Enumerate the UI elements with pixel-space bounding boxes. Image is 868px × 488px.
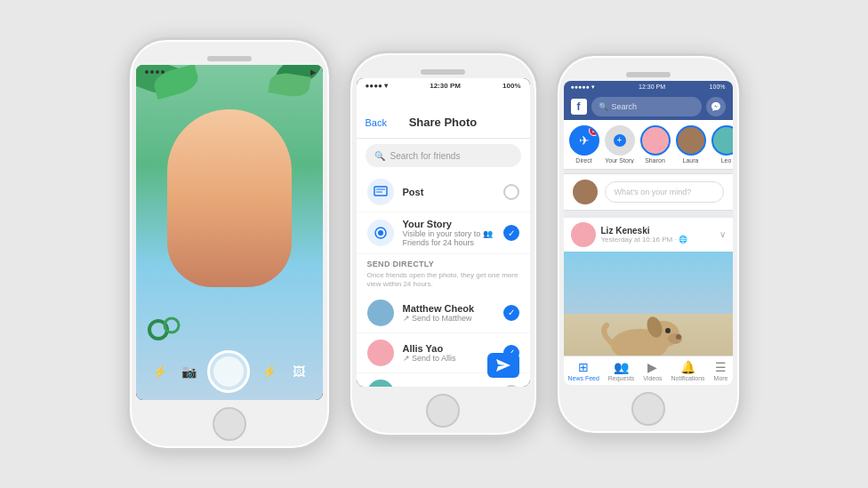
phone-1: ▶ bbox=[127, 37, 332, 451]
post-user-avatar bbox=[571, 222, 596, 247]
mahati-avatar bbox=[367, 380, 394, 387]
matthew-name: Matthew Cheok bbox=[403, 303, 494, 314]
videos-label: Videos bbox=[643, 375, 662, 381]
fb-search-placeholder: Search bbox=[612, 102, 638, 111]
search-friends-bar[interactable]: 🔍 Search for friends bbox=[366, 144, 521, 167]
phone-2-screen: ●●●● ▾ 12:30 PM 100% Back Share Photo 🔍 … bbox=[357, 78, 530, 387]
phone-3-screen: ●●●●● ▾ 12:30 PM 100% f 🔍 Search bbox=[564, 81, 733, 385]
phone-2-home-btn[interactable] bbox=[426, 394, 460, 428]
search-friends-placeholder: Search for friends bbox=[390, 151, 461, 161]
matthew-checkbox[interactable]: ✓ bbox=[503, 305, 519, 321]
ar-face bbox=[167, 109, 292, 287]
post-user-info: Liz Keneski Yesterday at 10:16 PM · 🌐 bbox=[601, 226, 714, 244]
wom-input[interactable]: What's on your mind? bbox=[605, 181, 724, 203]
story-checkbox[interactable]: ✓ bbox=[503, 225, 519, 241]
post-time: Yesterday at 10:16 PM · 🌐 bbox=[601, 236, 714, 244]
dog-svg bbox=[591, 309, 688, 356]
phone-1-home-btn[interactable] bbox=[213, 407, 246, 441]
share-story-item[interactable]: Your Story Visible in your story to 👥 Fr… bbox=[357, 212, 530, 254]
capture-btn-inner bbox=[213, 356, 244, 387]
post-header: Liz Keneski Yesterday at 10:16 PM · 🌐 ∨ bbox=[564, 218, 733, 252]
requests-icon: 👥 bbox=[614, 360, 629, 374]
phones-container: ▶ bbox=[127, 37, 742, 451]
your-story-label: Your Story bbox=[605, 157, 633, 164]
leo-label: Leo bbox=[721, 157, 732, 164]
camera-ar-screen: ▶ bbox=[136, 65, 323, 400]
nav-videos[interactable]: ▶ Videos bbox=[643, 360, 662, 381]
story-sub: Visible in your story to 👥 Friends for 2… bbox=[403, 229, 494, 247]
mahati-checkbox[interactable] bbox=[503, 385, 519, 387]
nav-news-feed[interactable]: ⊞ News Feed bbox=[567, 360, 599, 381]
videos-icon: ▶ bbox=[647, 360, 657, 374]
search-friends-icon: 🔍 bbox=[374, 151, 385, 161]
status-signal-3: ●●●●● ▾ bbox=[571, 84, 595, 91]
status-signal bbox=[145, 70, 165, 74]
gallery-icon[interactable]: 🖼 bbox=[287, 360, 310, 383]
svg-point-12 bbox=[676, 334, 681, 340]
story-leo[interactable]: Leo bbox=[711, 125, 733, 164]
your-story-avatar: + bbox=[605, 125, 635, 156]
story-laura[interactable]: Laura bbox=[676, 125, 706, 164]
direct-badge: 2 bbox=[589, 125, 599, 136]
sharon-label: Sharon bbox=[645, 157, 665, 164]
laura-avatar bbox=[676, 125, 706, 156]
matthew-text: Matthew Cheok ↗ Send to Matthew bbox=[403, 303, 494, 323]
allis-text: Allis Yao ↗ Send to Allis bbox=[403, 343, 494, 363]
story-direct[interactable]: ✈ 2 Direct bbox=[569, 125, 599, 164]
status-bar-2: ●●●● ▾ 12:30 PM 100% bbox=[357, 78, 530, 92]
status-dots-2: ●●●● ▾ bbox=[366, 82, 389, 90]
ar-swirls bbox=[145, 308, 189, 347]
camera-flip-icon[interactable]: 📷 bbox=[178, 360, 201, 383]
nav-notifications[interactable]: 🔔 Notifications bbox=[671, 360, 704, 381]
send-directly-sub: Once friends open the photo, they get on… bbox=[357, 271, 530, 293]
allis-sub: ↗ Send to Allis bbox=[403, 354, 494, 363]
phone-3-top bbox=[558, 56, 739, 81]
phone-2-speaker bbox=[421, 69, 465, 75]
post-title: Post bbox=[403, 187, 494, 197]
phone-2-top bbox=[350, 53, 536, 78]
status-time-3: 12:30 PM bbox=[639, 84, 665, 90]
status-time-2: 12:30 PM bbox=[430, 82, 461, 90]
fb-messenger-icon[interactable] bbox=[706, 97, 726, 116]
send-button[interactable] bbox=[487, 353, 519, 378]
notifications-label: Notifications bbox=[671, 375, 704, 381]
phone-2: ●●●● ▾ 12:30 PM 100% Back Share Photo 🔍 … bbox=[348, 51, 539, 437]
facebook-feed-screen: ●●●●● ▾ 12:30 PM 100% f 🔍 Search bbox=[564, 81, 733, 385]
phone-3-home-btn[interactable] bbox=[631, 392, 665, 426]
nav-requests[interactable]: 👥 Requests bbox=[608, 360, 635, 381]
fb-bottom-nav: ⊞ News Feed 👥 Requests ▶ Videos 🔔 Notifi… bbox=[564, 356, 733, 385]
laura-label: Laura bbox=[683, 157, 699, 164]
story-item-text: Your Story Visible in your story to 👥 Fr… bbox=[403, 219, 494, 247]
nav-more[interactable]: ☰ More bbox=[714, 360, 728, 381]
timer-icon[interactable]: ⚡ bbox=[257, 360, 280, 383]
post-image bbox=[564, 252, 733, 356]
contact-matthew[interactable]: Matthew Cheok ↗ Send to Matthew ✓ bbox=[357, 293, 530, 333]
status-battery-3: 100% bbox=[710, 84, 726, 90]
story-yours[interactable]: + Your Story bbox=[605, 125, 635, 164]
allis-avatar bbox=[367, 340, 394, 366]
svg-rect-2 bbox=[374, 187, 387, 196]
fb-app-header: f 🔍 Search bbox=[564, 93, 733, 120]
status-bar-1: ▶ bbox=[136, 65, 323, 79]
phone-1-top bbox=[130, 40, 329, 65]
stories-bar: ✈ 2 Direct + Your Story bbox=[564, 120, 733, 170]
share-post-item[interactable]: Post bbox=[357, 172, 530, 212]
news-feed-label: News Feed bbox=[567, 375, 599, 381]
back-button[interactable]: Back bbox=[366, 117, 387, 128]
more-label: More bbox=[714, 375, 728, 381]
effects-icon[interactable]: ⚡ bbox=[148, 360, 171, 383]
notifications-icon: 🔔 bbox=[680, 360, 695, 374]
post-checkbox[interactable] bbox=[503, 184, 519, 200]
story-sharon[interactable]: Sharon bbox=[640, 125, 671, 164]
capture-button[interactable] bbox=[207, 350, 250, 393]
direct-avatar: ✈ 2 bbox=[569, 125, 599, 156]
leo-avatar bbox=[711, 125, 733, 156]
fb-search-bar[interactable]: 🔍 Search bbox=[591, 97, 702, 116]
fb-search-icon: 🔍 bbox=[599, 102, 608, 111]
whats-on-mind-bar[interactable]: What's on your mind? bbox=[564, 173, 733, 211]
camera-controls: ⚡ 📷 ⚡ 🖼 bbox=[136, 350, 323, 393]
post-item-text: Post bbox=[403, 187, 494, 197]
post-icon bbox=[367, 179, 394, 205]
status-battery-2: 100% bbox=[502, 82, 520, 90]
post-options-icon[interactable]: ∨ bbox=[719, 229, 726, 239]
